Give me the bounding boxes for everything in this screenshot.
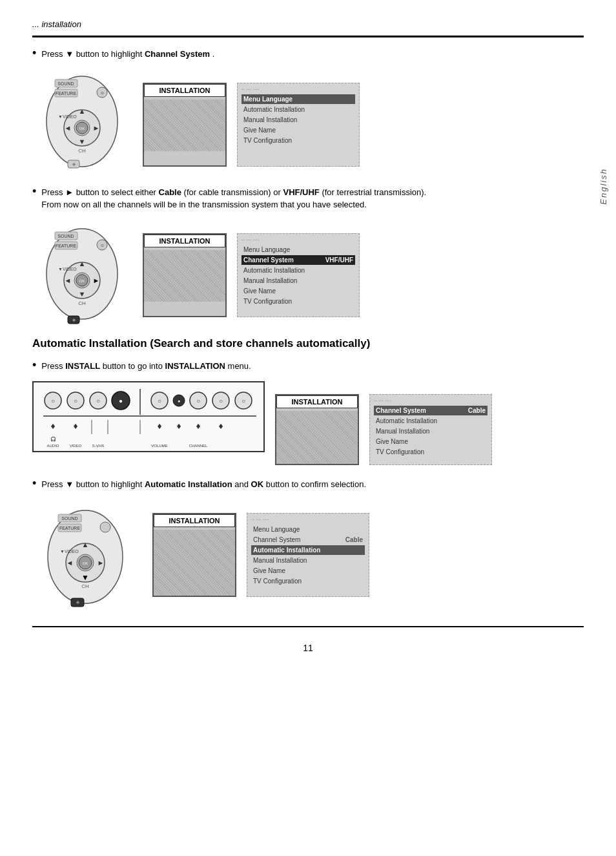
options-panel-2: ·· ··· ···· Menu Language Channel System… bbox=[237, 233, 360, 317]
svg-text:▼: ▼ bbox=[79, 290, 86, 298]
svg-text:●: ● bbox=[178, 399, 180, 403]
installation-panel-title-4: INSTALLATION bbox=[154, 514, 235, 527]
bullet-section2: • Press ► button to select either Cable … bbox=[32, 186, 584, 211]
bullet-auto-install: • Press ▼ button to highlight Automatic … bbox=[32, 478, 584, 491]
menu-option-2-2: Channel System VHF/UHF bbox=[241, 255, 355, 265]
svg-text:OK: OK bbox=[79, 127, 85, 130]
menu-option-1-3: Manual Installation bbox=[241, 115, 355, 125]
svg-text:♦: ♦ bbox=[218, 421, 223, 431]
svg-text:○: ○ bbox=[158, 397, 161, 404]
menu-option-1-5: TV Configuration bbox=[241, 136, 355, 145]
menu-option-4-3: Automatic Installation bbox=[251, 545, 365, 555]
svg-text:※: ※ bbox=[72, 318, 76, 322]
svg-text:▼: ▼ bbox=[81, 573, 89, 582]
svg-text:SOUND: SOUND bbox=[57, 234, 74, 238]
header-label: ... installation bbox=[32, 19, 584, 29]
svg-text:○: ○ bbox=[196, 397, 200, 404]
installation-panel-2: INSTALLATION bbox=[143, 233, 227, 317]
svg-text:○: ○ bbox=[96, 397, 100, 404]
svg-text:※: ※ bbox=[72, 163, 76, 167]
page-container: English ... installation • Press ▼ butto… bbox=[0, 0, 616, 856]
sidebar-english-label: English bbox=[599, 168, 608, 205]
svg-text:◄: ◄ bbox=[65, 124, 72, 132]
auto-install-heading: Automatic Installation (Search and store… bbox=[32, 337, 584, 351]
svg-text:▼VIDEO: ▼VIDEO bbox=[58, 114, 77, 119]
svg-text:FEATURE: FEATURE bbox=[59, 526, 80, 530]
svg-text:♦: ♦ bbox=[73, 421, 77, 431]
options-panel-1: ·· ··· ···· Menu Language Automatic Inst… bbox=[237, 83, 360, 167]
svg-text:◄: ◄ bbox=[67, 559, 74, 567]
bullet-install: • Press INSTALL button to go into INSTAL… bbox=[32, 360, 584, 373]
svg-text:CH: CH bbox=[81, 583, 89, 589]
menu-option-3-1: Channel System Cable bbox=[374, 406, 488, 415]
svg-text:CHANNEL: CHANNEL bbox=[189, 444, 208, 448]
svg-text:▼VIDEO: ▼VIDEO bbox=[60, 549, 79, 554]
svg-text:►: ► bbox=[93, 124, 100, 132]
svg-point-88 bbox=[100, 522, 110, 532]
svg-text:♦: ♦ bbox=[176, 421, 181, 431]
top-divider bbox=[32, 36, 584, 37]
menu-option-1-1: Menu Language bbox=[241, 94, 355, 104]
installation-panel-title-2: INSTALLATION bbox=[144, 235, 225, 247]
menu-option-4-6: TV Configuration bbox=[251, 576, 365, 586]
menu-option-1-2: Automatic Installation bbox=[241, 105, 355, 114]
bullet-dot-1: • bbox=[32, 47, 36, 60]
svg-text:OK: OK bbox=[79, 279, 85, 283]
illustration-row-3: ○ ○ ○ ● ○ ● ○ ○ ○ bbox=[32, 381, 584, 465]
installation-panel-title-3: INSTALLATION bbox=[276, 395, 358, 408]
svg-text:○: ○ bbox=[74, 397, 77, 404]
svg-text:SOUND: SOUND bbox=[61, 516, 77, 521]
svg-text:♦: ♦ bbox=[50, 421, 55, 431]
menu-option-2-4: Manual Installation bbox=[241, 276, 355, 286]
svg-text:⊙: ⊙ bbox=[101, 244, 104, 247]
bullet-text-install: Press INSTALL button to go into INSTALLA… bbox=[41, 360, 251, 373]
svg-text:▲: ▲ bbox=[82, 541, 89, 548]
svg-text:♦: ♦ bbox=[157, 421, 161, 431]
svg-text:►: ► bbox=[98, 559, 105, 567]
svg-text:VIDEO: VIDEO bbox=[70, 444, 82, 448]
menu-option-3-5: TV Configuration bbox=[374, 447, 488, 457]
remote-buttons-illustration: ○ ○ ○ ● ○ ● ○ ○ ○ bbox=[32, 381, 265, 452]
menu-option-4-5: Give Name bbox=[251, 566, 365, 576]
remote-illustration-1: SOUND FEATURE ▲ ▼ ◄ ► OK CH ⊙ bbox=[32, 70, 132, 173]
svg-text:●: ● bbox=[119, 397, 123, 404]
options-panel-4: ·· ··· ···· Menu Language Channel System… bbox=[247, 513, 369, 597]
installation-panel-4: INSTALLATION bbox=[152, 513, 236, 597]
svg-text:OK: OK bbox=[83, 561, 88, 565]
svg-text:🎧: 🎧 bbox=[50, 436, 56, 442]
bottom-divider bbox=[32, 626, 584, 627]
menu-option-3-2: Automatic Installation bbox=[374, 416, 488, 426]
menu-option-4-1: Menu Language bbox=[251, 525, 365, 534]
remote-illustration-2: SOUND FEATURE ▲ ▼ ◄ ► OK CH ⊙ ▼VIDEO ※ bbox=[32, 220, 132, 324]
menu-option-2-6: TV Configuration bbox=[241, 297, 355, 306]
bullet-text-2: Press ► button to select either Cable (f… bbox=[41, 186, 426, 211]
bullet-dot-2: • bbox=[32, 185, 36, 198]
svg-text:FEATURE: FEATURE bbox=[56, 91, 76, 96]
bullet-text-1: Press ▼ button to highlight Channel Syst… bbox=[41, 48, 214, 61]
bullet-section1: • Press ▼ button to highlight Channel Sy… bbox=[32, 48, 584, 61]
svg-text:AUDIO: AUDIO bbox=[46, 444, 59, 448]
svg-text:○: ○ bbox=[219, 397, 223, 404]
menu-option-2-1: Menu Language bbox=[241, 245, 355, 255]
svg-text:VOLUME: VOLUME bbox=[151, 444, 167, 448]
bullet-dot-3: • bbox=[32, 359, 36, 372]
svg-text:INSTALL: INSTALL bbox=[113, 444, 129, 448]
svg-text:►: ► bbox=[93, 277, 100, 284]
svg-text:▲: ▲ bbox=[79, 107, 86, 115]
menu-option-4-4: Manual Installation bbox=[251, 556, 365, 565]
bullet-dot-4: • bbox=[32, 477, 36, 490]
menu-option-1-4: Give Name bbox=[241, 125, 355, 135]
svg-text:◄: ◄ bbox=[65, 277, 72, 284]
installation-panel-title-1: INSTALLATION bbox=[144, 84, 225, 97]
menu-option-2-3: Automatic Installation bbox=[241, 266, 355, 275]
menu-option-3-3: Manual Installation bbox=[374, 426, 488, 436]
svg-text:○: ○ bbox=[241, 397, 245, 404]
remote-illustration-4: SOUND FEATURE ▲ ▼ ◄ ► OK CH ▼VIDEO ※ bbox=[32, 500, 142, 613]
svg-text:⊙: ⊙ bbox=[101, 91, 104, 95]
illustration-row-4: SOUND FEATURE ▲ ▼ ◄ ► OK CH ▼VIDEO ※ bbox=[32, 500, 584, 613]
options-panel-3: ·· ··· ···· Channel System Cable Automat… bbox=[369, 394, 492, 465]
svg-text:CH: CH bbox=[78, 300, 86, 306]
svg-text:S-VHS: S-VHS bbox=[92, 444, 104, 448]
menu-option-3-4: Give Name bbox=[374, 437, 488, 446]
installation-panel-3: INSTALLATION bbox=[275, 394, 359, 465]
